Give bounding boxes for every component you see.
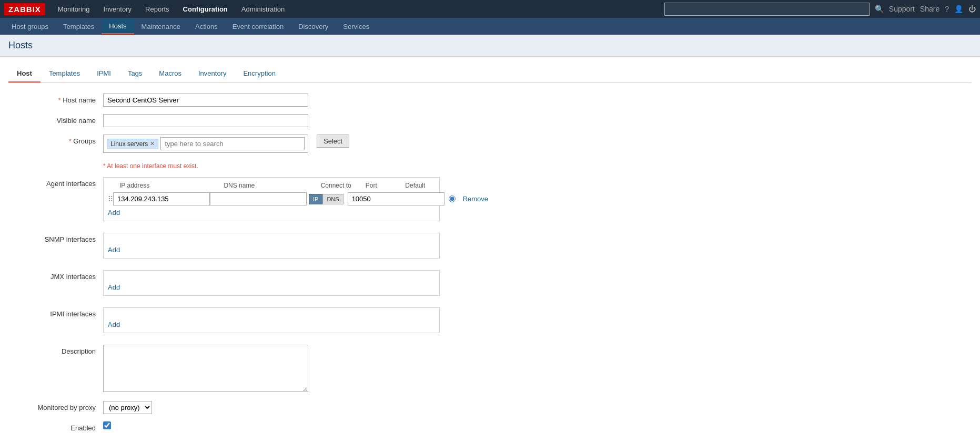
help-icon[interactable]: ? xyxy=(945,5,949,13)
header-connect: Connect to xyxy=(321,182,366,189)
snmp-add-link[interactable]: Add xyxy=(108,246,435,254)
visible-name-field xyxy=(103,114,440,127)
snmp-interfaces-box: Add xyxy=(103,233,440,259)
description-label: Description xyxy=(19,345,103,355)
visible-name-label: Visible name xyxy=(19,114,103,125)
tab-tags[interactable]: Tags xyxy=(119,65,150,83)
proxy-field: (no proxy) xyxy=(103,401,440,414)
jmx-interfaces-box: Add xyxy=(103,270,440,296)
description-field xyxy=(103,345,440,394)
agent-interfaces-row: Agent interfaces IP address DNS name Con… xyxy=(8,177,972,225)
nav-monitoring[interactable]: Monitoring xyxy=(52,2,96,16)
top-nav: Monitoring Inventory Reports Configurati… xyxy=(52,2,664,16)
nav-reports[interactable]: Reports xyxy=(139,2,176,16)
connect-ip-btn[interactable]: IP xyxy=(309,194,322,204)
agent-dns-input[interactable] xyxy=(210,192,307,205)
header-default: Default xyxy=(405,182,435,189)
subnav-event-correlation[interactable]: Event correlation xyxy=(225,19,291,34)
search-icon[interactable]: 🔍 xyxy=(875,5,884,13)
enabled-row: Enabled xyxy=(8,421,972,432)
agent-default-radio[interactable] xyxy=(449,195,456,202)
group-tag-linux-servers: Linux servers ✕ xyxy=(107,139,158,149)
user-icon[interactable]: 👤 xyxy=(954,5,963,13)
group-tag-remove[interactable]: ✕ xyxy=(150,140,155,147)
tab-inventory[interactable]: Inventory xyxy=(190,65,235,83)
groups-container[interactable]: Linux servers ✕ xyxy=(103,135,308,153)
snmp-interfaces-label: SNMP interfaces xyxy=(19,233,103,243)
ipmi-add-link[interactable]: Add xyxy=(108,321,435,328)
nav-administration[interactable]: Administration xyxy=(235,2,291,16)
visible-name-input[interactable] xyxy=(103,114,308,127)
tab-ipmi[interactable]: IPMI xyxy=(88,65,119,83)
select-button[interactable]: Select xyxy=(317,135,349,148)
agent-add-link[interactable]: Add xyxy=(108,209,435,217)
drag-handle[interactable]: ⠿ xyxy=(108,195,113,203)
ipmi-interfaces-label: IPMI interfaces xyxy=(19,307,103,318)
host-name-label: Host name xyxy=(19,94,103,104)
header-dns: DNS name xyxy=(224,182,320,189)
enabled-checkbox[interactable] xyxy=(103,421,111,429)
groups-field: Linux servers ✕ Select xyxy=(103,135,440,153)
agent-interfaces-box: IP address DNS name Connect to Port Defa… xyxy=(103,177,440,221)
enabled-label: Enabled xyxy=(19,421,103,432)
subnav-templates[interactable]: Templates xyxy=(56,19,102,34)
top-nav-right: 🔍 Support Share ? 👤 ⏻ xyxy=(664,3,976,16)
zabbix-logo: ZABBIX xyxy=(4,3,45,15)
search-input[interactable] xyxy=(664,3,870,16)
ipmi-interfaces-field: Add xyxy=(103,307,440,337)
logout-icon[interactable]: ⏻ xyxy=(968,5,976,13)
nav-inventory[interactable]: Inventory xyxy=(97,2,138,16)
snmp-interfaces-field: Add xyxy=(103,233,440,263)
connect-to-buttons: IP DNS xyxy=(309,194,343,204)
interface-warning-row: * At least one interface must exist. xyxy=(8,160,972,170)
proxy-select[interactable]: (no proxy) xyxy=(103,401,152,414)
description-textarea[interactable] xyxy=(103,345,308,392)
page-header: Hosts xyxy=(0,35,980,57)
header-ip: IP address xyxy=(119,182,224,189)
agent-interfaces-field: IP address DNS name Connect to Port Defa… xyxy=(103,177,440,225)
subnav-discovery[interactable]: Discovery xyxy=(291,19,336,34)
subnav-maintenance[interactable]: Maintenance xyxy=(134,19,188,34)
subnav-actions[interactable]: Actions xyxy=(188,19,225,34)
tab-macros[interactable]: Macros xyxy=(150,65,190,83)
jmx-empty xyxy=(108,275,435,280)
agent-interface-row: ⠿ IP DNS Remove xyxy=(108,192,435,205)
host-name-input[interactable] xyxy=(103,94,308,107)
jmx-interfaces-label: JMX interfaces xyxy=(19,270,103,281)
connect-dns-btn[interactable]: DNS xyxy=(322,194,343,204)
proxy-row: Monitored by proxy (no proxy) xyxy=(8,401,972,414)
ipmi-interfaces-row: IPMI interfaces Add xyxy=(8,307,972,337)
share-link[interactable]: Share xyxy=(920,5,939,13)
host-name-row: Host name xyxy=(8,94,972,107)
interface-header: IP address DNS name Connect to Port Defa… xyxy=(108,182,435,189)
host-name-field xyxy=(103,94,440,107)
snmp-interfaces-row: SNMP interfaces Add xyxy=(8,233,972,263)
header-port: Port xyxy=(366,182,406,189)
agent-remove-link[interactable]: Remove xyxy=(463,195,488,203)
agent-interfaces-label: Agent interfaces xyxy=(19,177,103,188)
interface-warning: * At least one interface must exist. xyxy=(103,162,198,170)
subnav-hosts[interactable]: Hosts xyxy=(102,19,134,34)
subnav-services[interactable]: Services xyxy=(336,19,377,34)
jmx-add-link[interactable]: Add xyxy=(108,283,435,291)
groups-search-input[interactable] xyxy=(160,137,305,150)
ipmi-interfaces-box: Add xyxy=(103,307,440,333)
groups-label: Groups xyxy=(19,135,103,145)
tab-encryption[interactable]: Encryption xyxy=(235,65,284,83)
sub-nav: Host groups Templates Hosts Maintenance … xyxy=(0,18,980,35)
visible-name-row: Visible name xyxy=(8,114,972,127)
jmx-interfaces-row: JMX interfaces Add xyxy=(8,270,972,300)
page-title: Hosts xyxy=(8,40,972,51)
proxy-label: Monitored by proxy xyxy=(19,401,103,411)
agent-ip-input[interactable] xyxy=(113,192,210,205)
snmp-empty xyxy=(108,238,435,243)
content-area: Host Templates IPMI Tags Macros Inventor… xyxy=(0,57,980,433)
nav-configuration[interactable]: Configuration xyxy=(177,2,234,16)
agent-port-input[interactable] xyxy=(348,192,444,205)
subnav-host-groups[interactable]: Host groups xyxy=(4,19,56,34)
groups-row: Groups Linux servers ✕ Select xyxy=(8,135,972,153)
tab-host[interactable]: Host xyxy=(8,65,41,83)
tab-templates[interactable]: Templates xyxy=(41,65,88,83)
support-link[interactable]: Support xyxy=(889,5,915,13)
jmx-interfaces-field: Add xyxy=(103,270,440,300)
